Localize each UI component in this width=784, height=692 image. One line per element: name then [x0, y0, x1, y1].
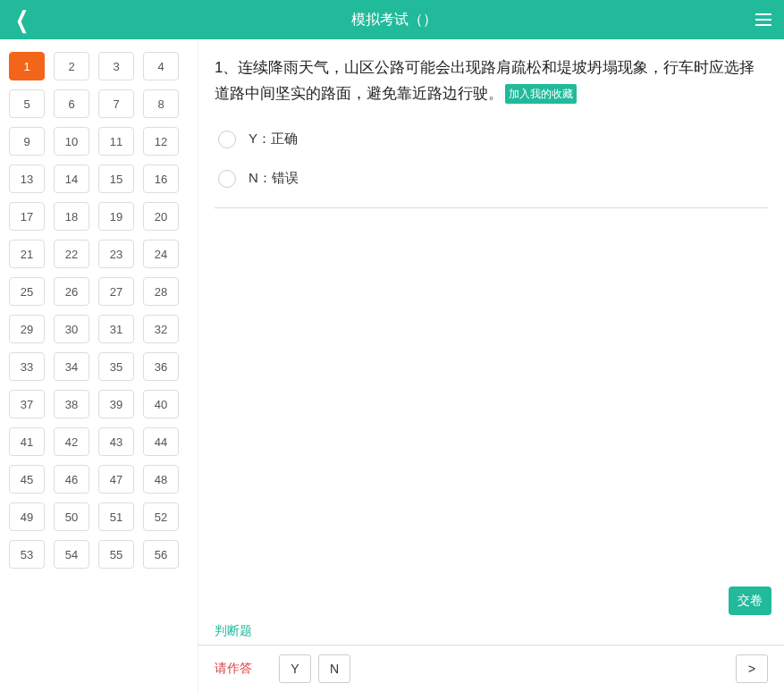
question-nav-item[interactable]: 1 [9, 52, 45, 80]
question-nav-item[interactable]: 56 [143, 540, 179, 569]
question-nav-item[interactable]: 42 [54, 427, 89, 456]
question-nav-item[interactable]: 23 [98, 240, 134, 268]
radio-icon [218, 131, 236, 148]
favorite-button[interactable]: 加入我的收藏 [505, 84, 577, 104]
question-nav-item[interactable]: 25 [9, 277, 45, 306]
question-nav-item[interactable]: 54 [54, 540, 89, 569]
question-nav-item[interactable]: 10 [54, 127, 89, 156]
question-nav-item[interactable]: 16 [143, 165, 179, 193]
question-nav-item[interactable]: 18 [54, 202, 89, 231]
question-nav-item[interactable]: 52 [143, 502, 179, 531]
question-nav-item[interactable]: 7 [98, 89, 134, 118]
question-nav-item[interactable]: 41 [9, 427, 45, 456]
page-title: 模拟考试（） [351, 11, 437, 30]
question-nav-item[interactable]: 37 [9, 390, 45, 418]
question-nav-item[interactable]: 47 [98, 465, 134, 494]
question-number: 1 [215, 59, 223, 76]
question-nav-item[interactable]: 8 [143, 89, 179, 118]
question-nav-item[interactable]: 6 [54, 89, 89, 118]
option-label: Y：正确 [249, 131, 298, 148]
question-nav-item[interactable]: 15 [98, 165, 134, 193]
question-nav-item[interactable]: 50 [54, 502, 89, 531]
question-nav-item[interactable]: 34 [54, 352, 89, 381]
option-row[interactable]: N：错误 [215, 159, 768, 198]
answer-choice-button[interactable]: Y [279, 654, 311, 683]
question-nav-item[interactable]: 39 [98, 390, 134, 418]
question-nav-item[interactable]: 35 [98, 352, 134, 381]
question-nav-item[interactable]: 11 [98, 127, 134, 156]
question-nav-item[interactable]: 20 [143, 202, 179, 231]
question-nav-item[interactable]: 26 [54, 277, 89, 306]
question-nav-item[interactable]: 31 [98, 315, 134, 343]
question-nav-item[interactable]: 44 [143, 427, 179, 456]
question-nav-sidebar[interactable]: 1234567891011121314151617181920212223242… [0, 39, 198, 692]
question-nav-item[interactable]: 4 [143, 52, 179, 80]
question-nav-item[interactable]: 14 [54, 165, 89, 193]
question-nav-item[interactable]: 46 [54, 465, 89, 494]
question-nav-item[interactable]: 9 [9, 127, 45, 156]
menu-icon[interactable] [755, 10, 771, 30]
body: 1234567891011121314151617181920212223242… [0, 39, 784, 692]
answer-bar: 请作答 YN > [198, 645, 784, 692]
question-nav-item[interactable]: 51 [98, 502, 134, 531]
question-nav-item[interactable]: 24 [143, 240, 179, 268]
question-nav-item[interactable]: 19 [98, 202, 134, 231]
question-nav-item[interactable]: 21 [9, 240, 45, 268]
question-nav-item[interactable]: 12 [143, 127, 179, 156]
radio-icon [218, 170, 236, 188]
question-text: 1、连续降雨天气，山区公路可能会出现路肩疏松和堤坡坍塌现象，行车时应选择道路中间… [215, 55, 768, 107]
back-icon[interactable]: ❮ [15, 8, 29, 31]
submit-button[interactable]: 交卷 [729, 587, 771, 615]
question-area: 1、连续降雨天气，山区公路可能会出现路肩疏松和堤坡坍塌现象，行车时应选择道路中间… [198, 39, 784, 623]
question-nav-item[interactable]: 32 [143, 315, 179, 343]
question-nav-item[interactable]: 36 [143, 352, 179, 381]
question-nav-item[interactable]: 3 [98, 52, 134, 80]
question-nav-item[interactable]: 2 [54, 52, 89, 80]
question-nav-item[interactable]: 33 [9, 352, 45, 381]
options-list: Y：正确N：错误 [215, 120, 768, 198]
next-button[interactable]: > [736, 654, 768, 683]
question-nav-item[interactable]: 30 [54, 315, 89, 343]
question-nav-item[interactable]: 5 [9, 89, 45, 118]
question-nav-item[interactable]: 43 [98, 427, 134, 456]
main-panel: 1、连续降雨天气，山区公路可能会出现路肩疏松和堤坡坍塌现象，行车时应选择道路中间… [198, 39, 784, 692]
answer-buttons-group: YN [279, 654, 350, 683]
question-nav-item[interactable]: 55 [98, 540, 134, 569]
answer-prompt: 请作答 [215, 661, 252, 677]
question-nav-item[interactable]: 17 [9, 202, 45, 231]
question-nav-item[interactable]: 38 [54, 390, 89, 418]
option-row[interactable]: Y：正确 [215, 120, 768, 159]
question-nav-item[interactable]: 49 [9, 502, 45, 531]
question-number-grid: 1234567891011121314151617181920212223242… [9, 52, 198, 569]
question-nav-item[interactable]: 13 [9, 165, 45, 193]
question-nav-item[interactable]: 28 [143, 277, 179, 306]
question-nav-item[interactable]: 22 [54, 240, 89, 268]
question-nav-item[interactable]: 29 [9, 315, 45, 343]
divider [215, 207, 768, 208]
app-header: ❮ 模拟考试（） [0, 0, 784, 39]
question-nav-item[interactable]: 45 [9, 465, 45, 494]
question-nav-item[interactable]: 40 [143, 390, 179, 418]
answer-choice-button[interactable]: N [318, 654, 350, 683]
question-nav-item[interactable]: 48 [143, 465, 179, 494]
question-nav-item[interactable]: 27 [98, 277, 134, 306]
option-label: N：错误 [249, 170, 299, 187]
question-body: 连续降雨天气，山区公路可能会出现路肩疏松和堤坡坍塌现象，行车时应选择道路中间坚实… [215, 59, 754, 102]
question-type-label: 判断题 [198, 623, 784, 645]
question-nav-item[interactable]: 53 [9, 540, 45, 569]
